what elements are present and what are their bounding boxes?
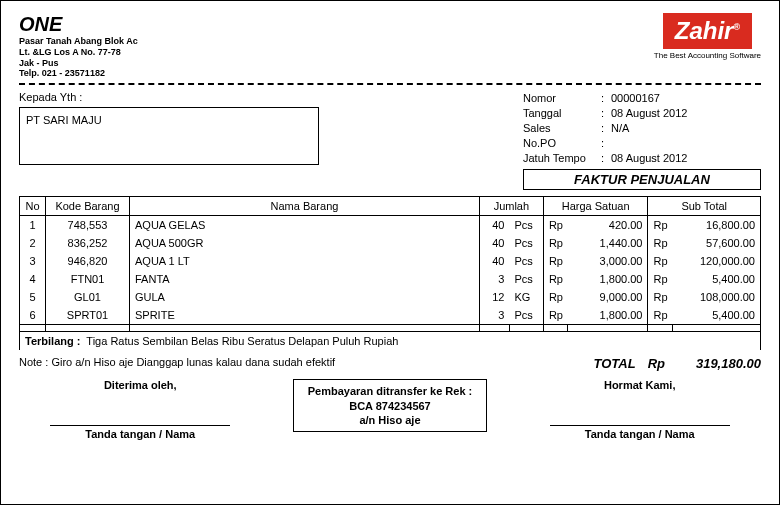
col-sub: Sub Total bbox=[648, 197, 761, 216]
cell-cur: Rp bbox=[543, 270, 568, 288]
cell-harga: 9,000.00 bbox=[568, 288, 648, 306]
company-addr2: Lt. &LG Los A No. 77-78 bbox=[19, 47, 138, 58]
cell-nama: FANTA bbox=[130, 270, 480, 288]
company-addr3: Jak - Pus bbox=[19, 58, 138, 69]
cell-nama: AQUA GELAS bbox=[130, 216, 480, 235]
signature-right-line: Tanda tangan / Nama bbox=[550, 425, 730, 440]
col-kode: Kode Barang bbox=[46, 197, 130, 216]
meta-jt: 08 August 2012 bbox=[611, 151, 687, 166]
cell-harga: 1,800.00 bbox=[568, 306, 648, 325]
total-currency: Rp bbox=[648, 356, 665, 371]
cell-sub: 16,800.00 bbox=[673, 216, 761, 235]
cell-cur2: Rp bbox=[648, 216, 673, 235]
cell-no: 6 bbox=[20, 306, 46, 325]
cell-kode: SPRT01 bbox=[46, 306, 130, 325]
note: Note : Giro a/n Hiso aje Dianggap lunas … bbox=[19, 356, 335, 371]
cell-unit: Pcs bbox=[509, 216, 543, 235]
cell-unit: KG bbox=[509, 288, 543, 306]
cell-nama: AQUA 500GR bbox=[130, 234, 480, 252]
signature-right-label: Hormat Kami, bbox=[550, 379, 730, 391]
cell-harga: 1,800.00 bbox=[568, 270, 648, 288]
cell-cur: Rp bbox=[543, 234, 568, 252]
cell-qty: 40 bbox=[479, 252, 509, 270]
table-row: 4FTN01FANTA3PcsRp1,800.00Rp5,400.00 bbox=[20, 270, 761, 288]
cell-no: 1 bbox=[20, 216, 46, 235]
payment-line1: Pembayaran ditransfer ke Rek : bbox=[308, 384, 472, 398]
meta-nomor: 00000167 bbox=[611, 91, 660, 106]
items-table: No Kode Barang Nama Barang Jumlah Harga … bbox=[19, 196, 761, 332]
document-title: FAKTUR PENJUALAN bbox=[523, 169, 761, 190]
terbilang-row: Terbilang : Tiga Ratus Sembilan Belas Ri… bbox=[20, 332, 761, 350]
cell-cur2: Rp bbox=[648, 234, 673, 252]
cell-unit: Pcs bbox=[509, 234, 543, 252]
cell-sub: 120,000.00 bbox=[673, 252, 761, 270]
meta-sales-label: Sales bbox=[523, 121, 601, 136]
total-value: 319,180.00 bbox=[671, 356, 761, 371]
col-jumlah: Jumlah bbox=[479, 197, 543, 216]
meta-nopo-label: No.PO bbox=[523, 136, 601, 151]
payment-line2: BCA 874234567 bbox=[308, 399, 472, 413]
meta-sales: N/A bbox=[611, 121, 629, 136]
cell-sub: 5,400.00 bbox=[673, 306, 761, 325]
terbilang-text: Tiga Ratus Sembilan Belas Ribu Seratus D… bbox=[86, 335, 398, 347]
cell-cur2: Rp bbox=[648, 252, 673, 270]
meta-block: Nomor:00000167 Tanggal:08 August 2012 Sa… bbox=[523, 91, 761, 190]
total-block: TOTAL Rp 319,180.00 bbox=[594, 356, 761, 371]
cell-qty: 3 bbox=[479, 306, 509, 325]
divider bbox=[19, 83, 761, 85]
cell-kode: 946,820 bbox=[46, 252, 130, 270]
meta-nomor-label: Nomor bbox=[523, 91, 601, 106]
recipient-name: PT SARI MAJU bbox=[26, 114, 102, 126]
info-row: Kepada Yth : PT SARI MAJU Nomor:00000167… bbox=[19, 91, 761, 190]
cell-no: 4 bbox=[20, 270, 46, 288]
signature-right: Hormat Kami, Tanda tangan / Nama bbox=[550, 379, 730, 440]
col-harga: Harga Satuan bbox=[543, 197, 648, 216]
cell-qty: 12 bbox=[479, 288, 509, 306]
cell-cur: Rp bbox=[543, 306, 568, 325]
company-tel: Telp. 021 - 23571182 bbox=[19, 68, 138, 79]
meta-tanggal: 08 August 2012 bbox=[611, 106, 687, 121]
cell-kode: FTN01 bbox=[46, 270, 130, 288]
company-name: ONE bbox=[19, 13, 138, 36]
cell-kode: 836,252 bbox=[46, 234, 130, 252]
company-block: ONE Pasar Tanah Abang Blok Ac Lt. &LG Lo… bbox=[19, 13, 138, 79]
terbilang-label: Terbilang : bbox=[25, 335, 80, 347]
table-row: 2836,252AQUA 500GR40PcsRp1,440.00Rp57,60… bbox=[20, 234, 761, 252]
cell-qty: 40 bbox=[479, 216, 509, 235]
cell-cur: Rp bbox=[543, 216, 568, 235]
cell-unit: Pcs bbox=[509, 270, 543, 288]
cell-sub: 108,000.00 bbox=[673, 288, 761, 306]
cell-nama: AQUA 1 LT bbox=[130, 252, 480, 270]
cell-cur2: Rp bbox=[648, 270, 673, 288]
cell-sub: 57,600.00 bbox=[673, 234, 761, 252]
logo-text: Zahir bbox=[675, 17, 734, 44]
cell-cur: Rp bbox=[543, 252, 568, 270]
col-nama: Nama Barang bbox=[130, 197, 480, 216]
signature-left-label: Diterima oleh, bbox=[50, 379, 230, 391]
recipient-block: Kepada Yth : PT SARI MAJU bbox=[19, 91, 319, 190]
cell-kode: 748,553 bbox=[46, 216, 130, 235]
recipient-label: Kepada Yth : bbox=[19, 91, 319, 103]
logo-block: Zahir® The Best Accounting Software bbox=[654, 13, 761, 79]
signature-left: Diterima oleh, Tanda tangan / Nama bbox=[50, 379, 230, 440]
cell-harga: 3,000.00 bbox=[568, 252, 648, 270]
footer-row: Note : Giro a/n Hiso aje Dianggap lunas … bbox=[19, 356, 761, 371]
total-label: TOTAL bbox=[594, 356, 636, 371]
table-row: 6SPRT01SPRITE3PcsRp1,800.00Rp5,400.00 bbox=[20, 306, 761, 325]
cell-unit: Pcs bbox=[509, 252, 543, 270]
cell-unit: Pcs bbox=[509, 306, 543, 325]
terbilang-table: Terbilang : Tiga Ratus Sembilan Belas Ri… bbox=[19, 332, 761, 350]
cell-cur2: Rp bbox=[648, 306, 673, 325]
company-addr1: Pasar Tanah Abang Blok Ac bbox=[19, 36, 138, 47]
cell-nama: GULA bbox=[130, 288, 480, 306]
table-header-row: No Kode Barang Nama Barang Jumlah Harga … bbox=[20, 197, 761, 216]
col-no: No bbox=[20, 197, 46, 216]
logo-tagline: The Best Accounting Software bbox=[654, 51, 761, 60]
cell-harga: 1,440.00 bbox=[568, 234, 648, 252]
table-row: 3946,820AQUA 1 LT40PcsRp3,000.00Rp120,00… bbox=[20, 252, 761, 270]
cell-cur: Rp bbox=[543, 288, 568, 306]
cell-cur2: Rp bbox=[648, 288, 673, 306]
table-row: 1748,553AQUA GELAS40PcsRp420.00Rp16,800.… bbox=[20, 216, 761, 235]
logo: Zahir® bbox=[663, 13, 752, 49]
invoice-page: ONE Pasar Tanah Abang Blok Ac Lt. &LG Lo… bbox=[0, 0, 780, 505]
